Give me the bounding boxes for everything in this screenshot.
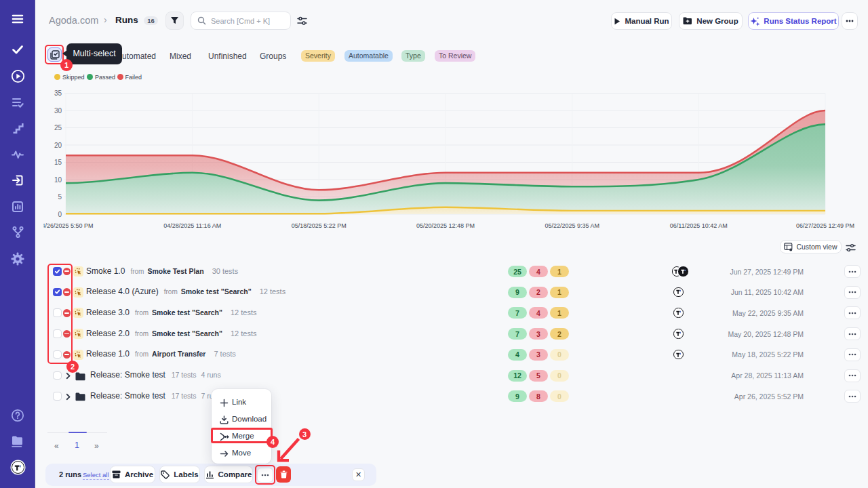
svg-text:10: 10 bbox=[54, 176, 62, 184]
svg-text:0: 0 bbox=[58, 211, 62, 218]
svg-text:20: 20 bbox=[54, 142, 62, 149]
svg-text:05/22/2025 9:35 AM: 05/22/2025 9:35 AM bbox=[545, 222, 599, 229]
svg-text:05/18/2025 5:22 PM: 05/18/2025 5:22 PM bbox=[292, 222, 347, 229]
svg-text:35: 35 bbox=[54, 89, 62, 97]
svg-text:04/26/2025 5:50 PM: 04/26/2025 5:50 PM bbox=[38, 222, 93, 229]
svg-text:06/11/2025 10:42 AM: 06/11/2025 10:42 AM bbox=[670, 222, 728, 229]
svg-text:06/27/2025 12:49 PM: 06/27/2025 12:49 PM bbox=[796, 222, 854, 229]
svg-text:15: 15 bbox=[54, 159, 62, 166]
svg-text:05/20/2025 12:48 PM: 05/20/2025 12:48 PM bbox=[416, 222, 475, 229]
svg-text:5: 5 bbox=[58, 193, 62, 201]
svg-text:30: 30 bbox=[54, 107, 62, 115]
svg-text:25: 25 bbox=[54, 124, 62, 131]
svg-text:04/28/2025 11:16 AM: 04/28/2025 11:16 AM bbox=[163, 222, 221, 229]
